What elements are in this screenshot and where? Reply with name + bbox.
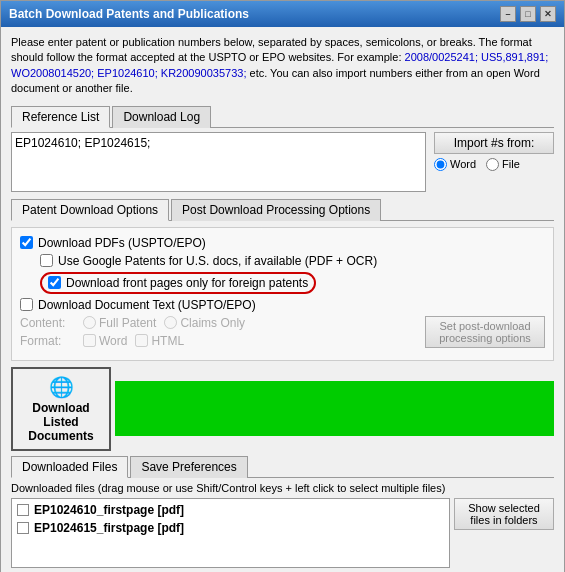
list-item: EP1024610_firstpage [pdf]	[14, 501, 447, 519]
bottom-action-area: 🌐 Download Listed Documents	[11, 367, 554, 451]
claims-only-label: Claims Only	[180, 316, 245, 330]
html-format-checkbox[interactable]	[135, 334, 148, 347]
title-bar: Batch Download Patents and Publications …	[1, 1, 564, 27]
globe-icon: 🌐	[49, 375, 74, 399]
options-left: Download PDFs (USPTO/EPO) Use Google Pat…	[20, 236, 421, 352]
download-pdfs-label: Download PDFs (USPTO/EPO)	[38, 236, 206, 250]
radio-file-input[interactable]	[486, 158, 499, 171]
front-pages-row: Download front pages only for foreign pa…	[40, 272, 316, 294]
content-row: Content: Full Patent Claims Only	[20, 316, 421, 330]
files-list-container: EP1024610_firstpage [pdf] EP1024615_firs…	[11, 498, 554, 568]
word-format-label: Word	[99, 334, 127, 348]
download-text-checkbox[interactable]	[20, 298, 33, 311]
word-format-checkbox[interactable]	[83, 334, 96, 347]
radio-file-label[interactable]: File	[486, 158, 520, 171]
claims-only-option[interactable]: Claims Only	[164, 316, 245, 330]
front-pages-checkbox[interactable]	[48, 276, 61, 289]
download-listed-button[interactable]: 🌐 Download Listed Documents	[11, 367, 111, 451]
main-input-area: EP1024610; EP1024615; Import #s from: Wo…	[11, 132, 554, 192]
google-patents-label: Use Google Patents for U.S. docs, if ava…	[58, 254, 377, 268]
html-format-label: HTML	[151, 334, 184, 348]
import-button[interactable]: Import #s from:	[434, 132, 554, 154]
file-checkbox-1[interactable]	[17, 504, 29, 516]
window-controls: – □ ✕	[500, 6, 556, 22]
download-pdfs-row: Download PDFs (USPTO/EPO)	[20, 236, 421, 250]
download-text-label: Download Document Text (USPTO/EPO)	[38, 298, 256, 312]
download-text-row: Download Document Text (USPTO/EPO)	[20, 298, 421, 312]
tab-downloaded-files[interactable]: Downloaded Files	[11, 456, 128, 478]
file-name-2: EP1024615_firstpage [pdf]	[34, 521, 184, 535]
bottom-tab-bar: Downloaded Files Save Preferences	[11, 455, 554, 478]
full-patent-radio[interactable]	[83, 316, 96, 329]
window-title: Batch Download Patents and Publications	[9, 7, 249, 21]
radio-file-text: File	[502, 158, 520, 170]
download-options-panel: Download PDFs (USPTO/EPO) Use Google Pat…	[11, 227, 554, 361]
full-patent-option[interactable]: Full Patent	[83, 316, 156, 330]
html-format-option[interactable]: HTML	[135, 334, 184, 348]
show-in-folders-button[interactable]: Show selected files in folders	[454, 498, 554, 530]
options-content: Download PDFs (USPTO/EPO) Use Google Pat…	[20, 236, 545, 352]
download-pdfs-checkbox[interactable]	[20, 236, 33, 249]
patent-numbers-input[interactable]: EP1024610; EP1024615;	[11, 132, 426, 192]
claims-only-radio[interactable]	[164, 316, 177, 329]
format-row: Format: Word HTML	[20, 334, 421, 348]
full-patent-label: Full Patent	[99, 316, 156, 330]
options-tab-bar: Patent Download Options Post Download Pr…	[11, 198, 554, 221]
file-name-1: EP1024610_firstpage [pdf]	[34, 503, 184, 517]
close-button[interactable]: ✕	[540, 6, 556, 22]
content-label: Content:	[20, 316, 75, 330]
front-pages-label: Download front pages only for foreign pa…	[66, 276, 308, 290]
download-btn-label: Download Listed Documents	[19, 401, 103, 443]
window-body: Please enter patent or publication numbe…	[1, 27, 564, 572]
import-panel: Import #s from: Word File	[434, 132, 554, 192]
main-tab-bar: Reference List Download Log	[11, 105, 554, 128]
format-label: Format:	[20, 334, 75, 348]
tab-reference-list[interactable]: Reference List	[11, 106, 110, 128]
file-checkbox-2[interactable]	[17, 522, 29, 534]
minimize-button[interactable]: –	[500, 6, 516, 22]
tab-post-download[interactable]: Post Download Processing Options	[171, 199, 381, 221]
radio-word-text: Word	[450, 158, 476, 170]
options-right: Set post-download processing options	[425, 236, 545, 352]
progress-bar	[115, 381, 554, 436]
description-text: Please enter patent or publication numbe…	[11, 35, 554, 97]
tab-patent-download[interactable]: Patent Download Options	[11, 199, 169, 221]
google-patents-row: Use Google Patents for U.S. docs, if ava…	[40, 254, 421, 268]
files-instruction: Downloaded files (drag mouse or use Shif…	[11, 482, 554, 494]
list-item: EP1024615_firstpage [pdf]	[14, 519, 447, 537]
radio-word-input[interactable]	[434, 158, 447, 171]
files-list[interactable]: EP1024610_firstpage [pdf] EP1024615_firs…	[11, 498, 450, 568]
set-options-button[interactable]: Set post-download processing options	[425, 316, 545, 348]
import-radio-group: Word File	[434, 158, 520, 171]
files-section: Downloaded files (drag mouse or use Shif…	[11, 482, 554, 568]
google-patents-checkbox[interactable]	[40, 254, 53, 267]
maximize-button[interactable]: □	[520, 6, 536, 22]
radio-word-label[interactable]: Word	[434, 158, 476, 171]
main-window: Batch Download Patents and Publications …	[0, 0, 565, 572]
tab-download-log[interactable]: Download Log	[112, 106, 211, 128]
tab-save-preferences[interactable]: Save Preferences	[130, 456, 247, 478]
word-format-option[interactable]: Word	[83, 334, 127, 348]
